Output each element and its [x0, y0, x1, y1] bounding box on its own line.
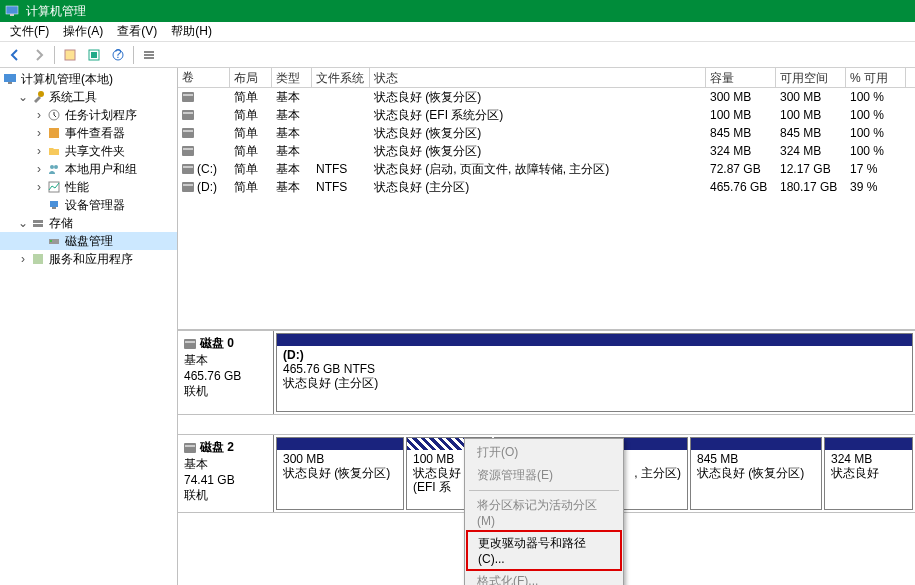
- svg-point-15: [50, 165, 54, 169]
- users-icon: [46, 161, 62, 177]
- caret-down-icon[interactable]: ⌄: [16, 90, 30, 104]
- perf-icon: [46, 179, 62, 195]
- storage-icon: [30, 215, 46, 231]
- tree-task-scheduler[interactable]: › 任务计划程序: [0, 106, 177, 124]
- disk-2-info[interactable]: 磁盘 2 基本 74.41 GB 联机: [178, 435, 274, 512]
- col-status[interactable]: 状态: [370, 68, 706, 87]
- services-icon: [30, 251, 46, 267]
- partition-recovery-2[interactable]: 845 MB 状态良好 (恢复分区): [690, 437, 822, 510]
- svg-rect-8: [144, 54, 154, 56]
- col-volume[interactable]: 卷: [178, 68, 230, 87]
- disk-0-info[interactable]: 磁盘 0 基本 465.76 GB 联机: [178, 331, 274, 414]
- disk-row-0: 磁盘 0 基本 465.76 GB 联机 (D:) 465.76 GB NTFS…: [178, 331, 915, 415]
- tree-panel: 计算机管理(本地) ⌄ 系统工具 › 任务计划程序 › 事件查看器 › 共享文件…: [0, 68, 178, 585]
- tree-device-manager[interactable]: 设备管理器: [0, 196, 177, 214]
- partition-d[interactable]: (D:) 465.76 GB NTFS 状态良好 (主分区): [276, 333, 913, 412]
- tree-services[interactable]: › 服务和应用程序: [0, 250, 177, 268]
- context-menu: 打开(O) 资源管理器(E) 将分区标记为活动分区(M) 更改驱动器号和路径(C…: [464, 438, 624, 585]
- device-icon: [46, 197, 62, 213]
- ctx-explorer: 资源管理器(E): [467, 464, 621, 487]
- svg-rect-0: [6, 6, 18, 14]
- volume-icon: [182, 182, 194, 192]
- folder-icon: [46, 143, 62, 159]
- volume-icon: [182, 146, 194, 156]
- svg-point-23: [50, 240, 52, 242]
- caret-right-icon[interactable]: ›: [32, 126, 46, 140]
- svg-rect-10: [4, 74, 16, 82]
- partition-recovery-1[interactable]: 300 MB 状态良好 (恢复分区): [276, 437, 404, 510]
- svg-text:?: ?: [115, 48, 122, 61]
- svg-rect-14: [49, 128, 59, 138]
- volume-icon: [182, 128, 194, 138]
- svg-rect-2: [65, 50, 75, 60]
- col-type[interactable]: 类型: [272, 68, 312, 87]
- ctx-change-letter[interactable]: 更改驱动器号和路径(C)...: [466, 530, 622, 571]
- svg-rect-7: [144, 51, 154, 53]
- properties-button[interactable]: [59, 44, 81, 66]
- col-layout[interactable]: 布局: [230, 68, 272, 87]
- svg-rect-18: [50, 201, 58, 207]
- svg-rect-9: [144, 57, 154, 59]
- help-button[interactable]: ?: [107, 44, 129, 66]
- col-pct[interactable]: % 可用: [846, 68, 906, 87]
- col-fs[interactable]: 文件系统: [312, 68, 370, 87]
- tree-disk-mgmt[interactable]: 磁盘管理: [0, 232, 177, 250]
- tree-local-users[interactable]: › 本地用户和组: [0, 160, 177, 178]
- caret-right-icon[interactable]: ›: [16, 252, 30, 266]
- menu-action[interactable]: 操作(A): [57, 21, 109, 42]
- tools-icon: [30, 89, 46, 105]
- volume-icon: [182, 110, 194, 120]
- partition-recovery-3[interactable]: 324 MB 状态良好: [824, 437, 913, 510]
- menu-file[interactable]: 文件(F): [4, 21, 55, 42]
- svg-rect-1: [10, 14, 14, 16]
- clock-icon: [46, 107, 62, 123]
- table-row[interactable]: 简单基本状态良好 (EFI 系统分区)100 MB100 MB100 %: [178, 106, 915, 124]
- tree-shared-folders[interactable]: › 共享文件夹: [0, 142, 177, 160]
- svg-rect-21: [33, 224, 43, 227]
- tree-event-viewer[interactable]: › 事件查看器: [0, 124, 177, 142]
- table-row[interactable]: 简单基本状态良好 (恢复分区)845 MB845 MB100 %: [178, 124, 915, 142]
- refresh-button[interactable]: [83, 44, 105, 66]
- title-bar: 计算机管理: [0, 0, 915, 22]
- svg-rect-4: [91, 52, 97, 58]
- volume-icon: [182, 92, 194, 102]
- caret-right-icon[interactable]: ›: [32, 108, 46, 122]
- app-icon: [4, 3, 20, 19]
- caret-right-icon[interactable]: ›: [32, 180, 46, 194]
- svg-rect-20: [33, 220, 43, 223]
- disk-icon: [184, 443, 196, 453]
- computer-icon: [2, 71, 18, 87]
- back-button[interactable]: [4, 44, 26, 66]
- table-row[interactable]: 简单基本状态良好 (恢复分区)324 MB324 MB100 %: [178, 142, 915, 160]
- disk-icon: [184, 339, 196, 349]
- main-area: 计算机管理(本地) ⌄ 系统工具 › 任务计划程序 › 事件查看器 › 共享文件…: [0, 68, 915, 585]
- tool-bar: ?: [0, 42, 915, 68]
- tree-storage[interactable]: ⌄ 存储: [0, 214, 177, 232]
- caret-down-icon[interactable]: ⌄: [16, 216, 30, 230]
- ctx-mark-active: 将分区标记为活动分区(M): [467, 494, 621, 531]
- event-icon: [46, 125, 62, 141]
- table-row[interactable]: 简单基本状态良好 (恢复分区)300 MB300 MB100 %: [178, 88, 915, 106]
- caret-right-icon[interactable]: ›: [32, 144, 46, 158]
- tree-root[interactable]: 计算机管理(本地): [0, 70, 177, 88]
- ctx-format: 格式化(F)...: [467, 570, 621, 585]
- col-free[interactable]: 可用空间: [776, 68, 846, 87]
- forward-button[interactable]: [28, 44, 50, 66]
- tree-performance[interactable]: › 性能: [0, 178, 177, 196]
- caret-right-icon[interactable]: ›: [32, 162, 46, 176]
- col-cap[interactable]: 容量: [706, 68, 776, 87]
- menu-view[interactable]: 查看(V): [111, 21, 163, 42]
- menu-help[interactable]: 帮助(H): [165, 21, 218, 42]
- svg-rect-19: [52, 207, 56, 209]
- menu-bar: 文件(F) 操作(A) 查看(V) 帮助(H): [0, 22, 915, 42]
- list-button[interactable]: [138, 44, 160, 66]
- tree-system-tools[interactable]: ⌄ 系统工具: [0, 88, 177, 106]
- table-row[interactable]: (D:)简单基本NTFS状态良好 (主分区)465.76 GB180.17 GB…: [178, 178, 915, 196]
- table-row[interactable]: (C:)简单基本NTFS状态良好 (启动, 页面文件, 故障转储, 主分区)72…: [178, 160, 915, 178]
- svg-point-16: [54, 165, 58, 169]
- ctx-open: 打开(O): [467, 441, 621, 464]
- table-header: 卷 布局 类型 文件系统 状态 容量 可用空间 % 可用: [178, 68, 915, 88]
- svg-rect-11: [8, 82, 12, 84]
- svg-rect-24: [33, 254, 43, 264]
- window-title: 计算机管理: [26, 3, 86, 20]
